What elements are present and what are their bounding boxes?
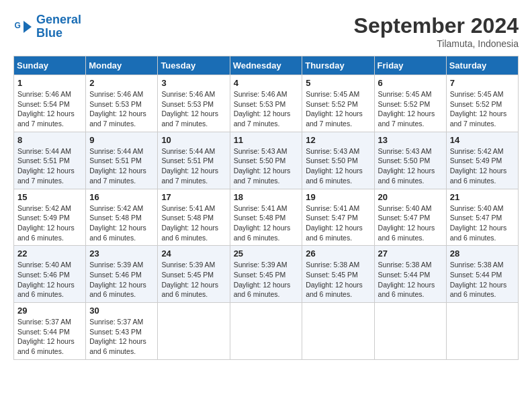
day-number: 26 [306,248,370,259]
day-number: 19 [306,192,370,202]
day-number: 16 [89,192,154,202]
table-row: 21Sunrise: 5:40 AMSunset: 5:47 PMDayligh… [446,189,518,246]
calendar-header-row: Sunday Monday Tuesday Wednesday Thursday… [14,56,519,75]
day-number: 21 [450,192,515,202]
day-detail: Sunrise: 5:38 AMSunset: 5:44 PMDaylight:… [450,260,515,300]
header-friday: Friday [374,56,446,75]
day-number: 11 [234,135,299,145]
table-row [302,303,374,360]
day-detail: Sunrise: 5:46 AMSunset: 5:53 PMDaylight:… [89,89,154,129]
table-row: 5Sunrise: 5:45 AMSunset: 5:52 PMDaylight… [302,75,374,132]
table-row [446,303,518,360]
day-number: 17 [161,192,226,202]
day-number: 23 [89,248,154,259]
day-number: 2 [89,78,154,88]
day-number: 28 [450,248,515,259]
table-row: 24Sunrise: 5:39 AMSunset: 5:45 PMDayligh… [158,246,230,303]
calendar-week-row: 29Sunrise: 5:37 AMSunset: 5:44 PMDayligh… [14,303,519,360]
day-number: 9 [89,135,154,145]
day-detail: Sunrise: 5:45 AMSunset: 5:52 PMDaylight:… [306,89,370,129]
table-row [158,303,230,360]
day-number: 7 [450,78,515,88]
title-area: September 2024 Tilamuta, Indonesia [354,13,519,49]
table-row: 19Sunrise: 5:41 AMSunset: 5:47 PMDayligh… [302,189,374,246]
day-detail: Sunrise: 5:46 AMSunset: 5:53 PMDaylight:… [234,89,299,129]
day-detail: Sunrise: 5:43 AMSunset: 5:50 PMDaylight:… [306,146,370,186]
table-row: 23Sunrise: 5:39 AMSunset: 5:46 PMDayligh… [86,246,158,303]
table-row: 2Sunrise: 5:46 AMSunset: 5:53 PMDaylight… [86,75,158,132]
day-detail: Sunrise: 5:44 AMSunset: 5:51 PMDaylight:… [89,146,154,186]
header-sunday: Sunday [14,56,86,75]
table-row: 15Sunrise: 5:42 AMSunset: 5:49 PMDayligh… [14,189,86,246]
table-row: 17Sunrise: 5:41 AMSunset: 5:48 PMDayligh… [158,189,230,246]
day-detail: Sunrise: 5:38 AMSunset: 5:44 PMDaylight:… [378,260,443,300]
day-number: 3 [161,78,226,88]
table-row: 22Sunrise: 5:40 AMSunset: 5:46 PMDayligh… [14,246,86,303]
day-detail: Sunrise: 5:39 AMSunset: 5:45 PMDaylight:… [161,260,226,300]
header-monday: Monday [86,56,158,75]
day-detail: Sunrise: 5:41 AMSunset: 5:47 PMDaylight:… [306,203,370,243]
table-row: 25Sunrise: 5:39 AMSunset: 5:45 PMDayligh… [230,246,302,303]
table-row: 12Sunrise: 5:43 AMSunset: 5:50 PMDayligh… [302,132,374,189]
table-row: 4Sunrise: 5:46 AMSunset: 5:53 PMDaylight… [230,75,302,132]
day-number: 15 [17,192,82,202]
day-number: 30 [89,306,154,316]
table-row: 14Sunrise: 5:42 AMSunset: 5:49 PMDayligh… [446,132,518,189]
svg-text:G: G [15,20,21,30]
day-number: 22 [17,248,82,259]
day-detail: Sunrise: 5:43 AMSunset: 5:50 PMDaylight:… [378,146,443,186]
day-number: 5 [306,78,370,88]
day-detail: Sunrise: 5:42 AMSunset: 5:48 PMDaylight:… [89,203,154,243]
table-row: 10Sunrise: 5:44 AMSunset: 5:51 PMDayligh… [158,132,230,189]
table-row: 9Sunrise: 5:44 AMSunset: 5:51 PMDaylight… [86,132,158,189]
day-detail: Sunrise: 5:45 AMSunset: 5:52 PMDaylight:… [378,89,443,129]
day-detail: Sunrise: 5:42 AMSunset: 5:49 PMDaylight:… [450,146,515,186]
day-detail: Sunrise: 5:41 AMSunset: 5:48 PMDaylight:… [161,203,226,243]
table-row: 26Sunrise: 5:38 AMSunset: 5:45 PMDayligh… [302,246,374,303]
table-row: 29Sunrise: 5:37 AMSunset: 5:44 PMDayligh… [14,303,86,360]
table-row: 20Sunrise: 5:40 AMSunset: 5:47 PMDayligh… [374,189,446,246]
table-row: 11Sunrise: 5:43 AMSunset: 5:50 PMDayligh… [230,132,302,189]
table-row: 30Sunrise: 5:37 AMSunset: 5:43 PMDayligh… [86,303,158,360]
header-thursday: Thursday [302,56,374,75]
table-row: 7Sunrise: 5:45 AMSunset: 5:52 PMDaylight… [446,75,518,132]
table-row: 28Sunrise: 5:38 AMSunset: 5:44 PMDayligh… [446,246,518,303]
day-number: 18 [234,192,299,202]
table-row [230,303,302,360]
day-detail: Sunrise: 5:37 AMSunset: 5:43 PMDaylight:… [89,317,154,357]
svg-marker-1 [24,21,32,33]
day-detail: Sunrise: 5:44 AMSunset: 5:51 PMDaylight:… [17,146,82,186]
location-subtitle: Tilamuta, Indonesia [354,38,519,49]
calendar-week-row: 22Sunrise: 5:40 AMSunset: 5:46 PMDayligh… [14,246,519,303]
header-saturday: Saturday [446,56,518,75]
header-wednesday: Wednesday [230,56,302,75]
day-number: 24 [161,248,226,259]
day-number: 13 [378,135,443,145]
table-row: 13Sunrise: 5:43 AMSunset: 5:50 PMDayligh… [374,132,446,189]
page-header: G General Blue September 2024 Tilamuta, … [13,13,519,49]
day-detail: Sunrise: 5:39 AMSunset: 5:45 PMDaylight:… [234,260,299,300]
logo-line2: Blue [36,26,62,40]
day-detail: Sunrise: 5:40 AMSunset: 5:47 PMDaylight:… [378,203,443,243]
header-tuesday: Tuesday [158,56,230,75]
day-detail: Sunrise: 5:40 AMSunset: 5:46 PMDaylight:… [17,260,82,300]
table-row [374,303,446,360]
day-number: 27 [378,248,443,259]
table-row: 16Sunrise: 5:42 AMSunset: 5:48 PMDayligh… [86,189,158,246]
day-number: 6 [378,78,443,88]
day-number: 10 [161,135,226,145]
table-row: 1Sunrise: 5:46 AMSunset: 5:54 PMDaylight… [14,75,86,132]
month-title: September 2024 [354,13,519,38]
logo-line1: General [36,13,81,26]
day-detail: Sunrise: 5:40 AMSunset: 5:47 PMDaylight:… [450,203,515,243]
calendar-week-row: 8Sunrise: 5:44 AMSunset: 5:51 PMDaylight… [14,132,519,189]
day-detail: Sunrise: 5:42 AMSunset: 5:49 PMDaylight:… [17,203,82,243]
day-detail: Sunrise: 5:44 AMSunset: 5:51 PMDaylight:… [161,146,226,186]
day-detail: Sunrise: 5:38 AMSunset: 5:45 PMDaylight:… [306,260,370,300]
day-detail: Sunrise: 5:45 AMSunset: 5:52 PMDaylight:… [450,89,515,129]
day-number: 8 [17,135,82,145]
day-detail: Sunrise: 5:46 AMSunset: 5:53 PMDaylight:… [161,89,226,129]
calendar-table: Sunday Monday Tuesday Wednesday Thursday… [13,56,519,360]
logo: G General Blue [13,13,81,40]
table-row: 3Sunrise: 5:46 AMSunset: 5:53 PMDaylight… [158,75,230,132]
